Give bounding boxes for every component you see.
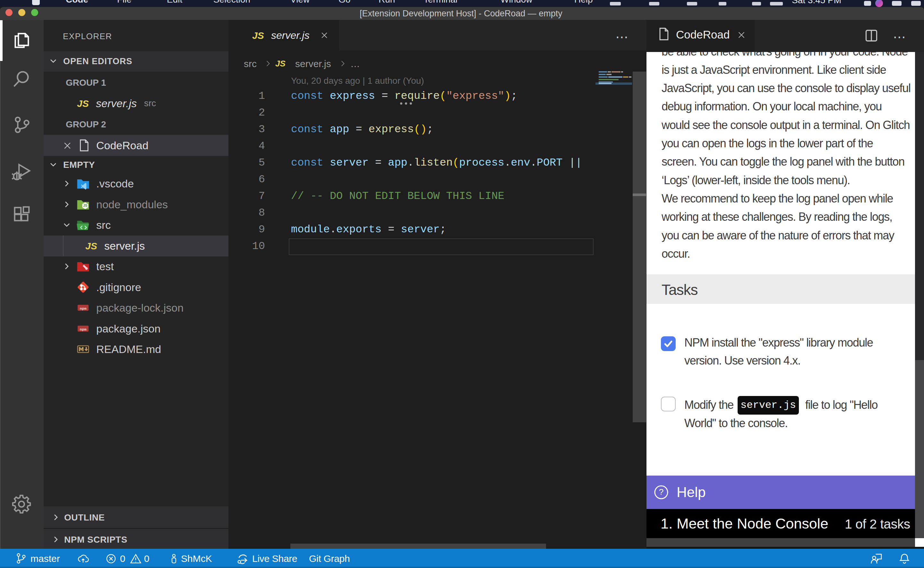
svg-text:JS: JS	[83, 204, 87, 207]
svg-text:?: ?	[659, 487, 663, 497]
svg-text:npm: npm	[80, 307, 86, 311]
svg-text:npm: npm	[80, 327, 86, 332]
